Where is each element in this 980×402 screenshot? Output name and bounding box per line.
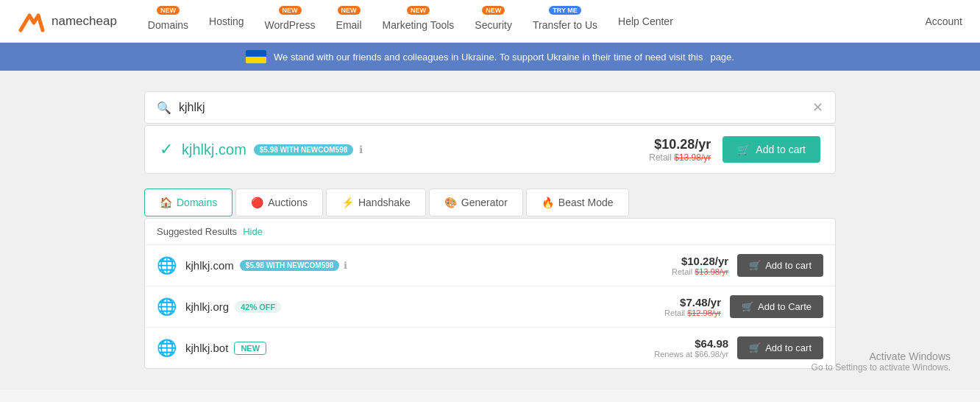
tab-beast-mode[interactable]: 🔥 Beast Mode (526, 188, 629, 216)
flag-blue-stripe (246, 50, 266, 57)
tab-domains-label: Domains (177, 197, 217, 208)
result-retail-val-org: $12.98/yr (687, 308, 721, 317)
featured-price-main: $10.28/yr (649, 137, 711, 152)
search-input[interactable] (179, 101, 805, 114)
globe-icon-com: 🌐 (157, 256, 177, 275)
result-price-com: $10.28/yr Retail $13.98/yr (672, 255, 728, 276)
nav-label-transfer: Transfer to Us (533, 19, 597, 31)
result-price-main-org: $7.48/yr (664, 296, 721, 308)
banner-text: We stand with our friends and colleagues… (274, 52, 703, 63)
nav-item-security[interactable]: NEW Security (464, 0, 522, 43)
globe-icon-org: 🌐 (157, 297, 177, 317)
result-price-main-bot: $64.98 (654, 337, 728, 350)
results-container: Suggested Results Hide 🌐 kjhlkj.com $5.9… (144, 218, 836, 369)
flag-yellow-stripe (246, 57, 266, 63)
result-price-org: $7.48/yr Retail $12.98/yr (664, 296, 721, 317)
nav-items: NEW Domains Hosting NEW WordPress NEW Em… (138, 0, 926, 43)
result-retail-org: Retail $12.98/yr (664, 308, 721, 317)
nav-badge-marketing: NEW (407, 6, 430, 15)
info-icon[interactable]: ℹ (359, 144, 363, 155)
nav-item-hosting[interactable]: Hosting (199, 0, 254, 43)
tab-auctions[interactable]: 🔴 Auctions (235, 188, 323, 216)
nav-item-marketing[interactable]: NEW Marketing Tools (372, 0, 465, 43)
info-icon-com[interactable]: ℹ (344, 260, 347, 271)
add-label-org: Add to Carte (758, 301, 812, 312)
add-to-cart-button-org[interactable]: 🛒 Add to Carte (730, 295, 823, 318)
nav-label-marketing: Marketing Tools (383, 19, 455, 31)
tabs-bar: 🏠 Domains 🔴 Auctions ⚡ Handshake 🎨 Gener… (144, 188, 836, 216)
add-label-com: Add to cart (765, 260, 812, 271)
tab-domains-icon: 🏠 (160, 197, 172, 208)
nav-label-hosting: Hosting (209, 15, 244, 27)
main-content: 🔍 ✕ ✓ kjhlkj.com $5.98 WITH NEWCOM598 ℹ … (0, 71, 980, 389)
nav-bar: namecheap NEW Domains Hosting NEW WordPr… (0, 0, 980, 43)
result-price-main-com: $10.28/yr (672, 255, 728, 267)
tab-handshake-icon: ⚡ (341, 197, 354, 208)
result-domain-bot: kjhlkj.bot (185, 342, 228, 354)
featured-add-to-cart-button[interactable]: 🛒 Add to cart (722, 136, 820, 163)
nav-label-security: Security (475, 19, 512, 31)
activate-subtitle: Go to Settings to activate Windows. (812, 362, 951, 373)
results-header: Suggested Results Hide (145, 219, 835, 245)
result-retail-val-bot: $66.98/yr (695, 350, 728, 359)
table-row: 🌐 kjhlkj.com $5.98 WITH NEWCOM598 ℹ $10.… (145, 245, 835, 286)
featured-result: ✓ kjhlkj.com $5.98 WITH NEWCOM598 ℹ $10.… (144, 125, 836, 174)
nav-item-transfer[interactable]: TRY ME Transfer to Us (522, 0, 608, 43)
clear-icon[interactable]: ✕ (812, 99, 823, 116)
search-icon: 🔍 (157, 101, 171, 115)
activate-title: Activate Windows (812, 350, 951, 362)
discount-badge-org: 42% OFF (235, 301, 281, 313)
tab-auctions-icon: 🔴 (251, 197, 263, 208)
cart-icon-bot: 🛒 (749, 342, 761, 353)
result-price-bot: $64.98 Renews at $66.98/yr (654, 337, 728, 359)
search-box: 🔍 ✕ (144, 91, 836, 124)
result-retail-val-com: $13.98/yr (695, 267, 728, 276)
nav-label-email: Email (336, 19, 362, 31)
add-to-cart-button-com[interactable]: 🛒 Add to cart (737, 254, 823, 277)
nav-item-email[interactable]: NEW Email (326, 0, 372, 43)
promo-badge-com: $5.98 WITH NEWCOM598 (240, 260, 339, 271)
new-badge-bot: NEW (234, 342, 266, 355)
table-row: 🌐 kjhlkj.org 42% OFF $7.48/yr Retail $12… (145, 286, 835, 328)
activate-watermark: Activate Windows Go to Settings to activ… (812, 350, 951, 373)
tab-beast-mode-label: Beast Mode (558, 197, 614, 208)
globe-icon-bot: 🌐 (157, 339, 177, 358)
add-label-bot: Add to cart (765, 342, 812, 353)
featured-domain: kjhlkj.com (182, 141, 246, 158)
logo-text: namecheap (52, 14, 117, 29)
nav-account[interactable]: Account (925, 15, 962, 28)
result-retail-com: Retail $13.98/yr (672, 267, 728, 276)
cart-icon-org: 🛒 (742, 301, 753, 312)
featured-promo-badge: $5.98 WITH NEWCOM598 (254, 144, 353, 155)
tab-generator-label: Generator (461, 197, 508, 208)
nav-label-domains: Domains (148, 19, 188, 31)
featured-add-label: Add to cart (756, 144, 806, 155)
tab-auctions-label: Auctions (268, 197, 308, 208)
nav-label-wordpress: WordPress (265, 19, 316, 31)
nav-badge-email: NEW (338, 6, 361, 15)
tab-handshake-label: Handshake (358, 197, 411, 208)
table-row: 🌐 kjhlkj.bot NEW $64.98 Renews at $66.98… (145, 328, 835, 368)
tab-generator[interactable]: 🎨 Generator (429, 188, 523, 216)
add-to-cart-button-bot[interactable]: 🛒 Add to cart (737, 336, 823, 359)
banner-link[interactable]: page. (710, 52, 734, 63)
tab-beast-mode-icon: 🔥 (542, 197, 554, 208)
logo[interactable]: namecheap (18, 10, 117, 33)
cart-icon: 🛒 (737, 144, 750, 155)
check-icon: ✓ (160, 140, 173, 159)
nav-badge-wordpress: NEW (279, 6, 302, 15)
result-domain-com: kjhlkj.com (185, 259, 234, 272)
nav-item-wordpress[interactable]: NEW WordPress (255, 0, 326, 43)
featured-retail-value: $13.98/yr (674, 152, 711, 163)
nav-label-help: Help Center (618, 15, 673, 27)
results-header-text: Suggested Results (157, 226, 237, 237)
nav-item-help[interactable]: Help Center (608, 0, 683, 43)
featured-price-block: $10.28/yr Retail $13.98/yr (649, 137, 711, 163)
account-label: Account (925, 15, 962, 27)
featured-retail-price: Retail $13.98/yr (649, 152, 711, 163)
hide-link[interactable]: Hide (243, 226, 263, 237)
tab-domains[interactable]: 🏠 Domains (144, 188, 232, 216)
tab-generator-icon: 🎨 (444, 197, 457, 208)
tab-handshake[interactable]: ⚡ Handshake (326, 188, 426, 216)
nav-item-domains[interactable]: NEW Domains (138, 0, 199, 43)
